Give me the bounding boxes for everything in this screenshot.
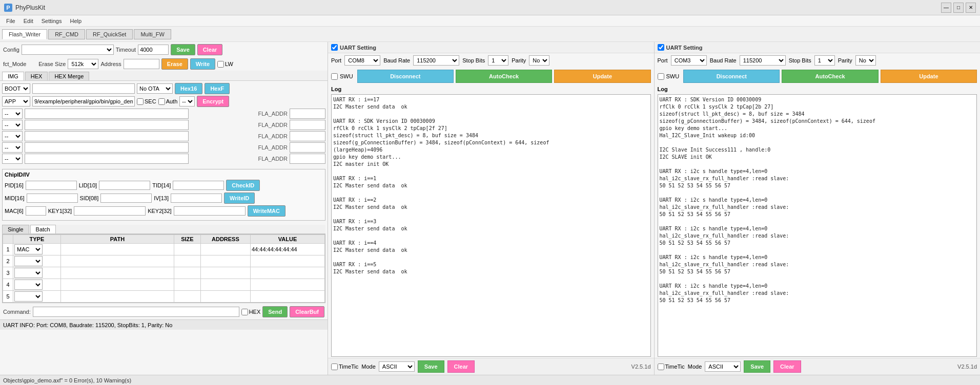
tab-hex[interactable]: HEX bbox=[25, 72, 48, 80]
row-type-1[interactable]: MAC bbox=[13, 244, 61, 255]
checkid-button[interactable]: CheckID bbox=[226, 180, 260, 191]
addr-path-1[interactable] bbox=[25, 109, 189, 119]
uart2-autocheck-button[interactable]: AutoCheck bbox=[782, 70, 878, 83]
uart1-log-area[interactable]: UART RX : i==17 I2C Master send data ok … bbox=[331, 94, 651, 357]
tab-hex-merge[interactable]: HEX Merge bbox=[49, 72, 89, 80]
uart1-save-button[interactable]: Save bbox=[418, 360, 444, 373]
uart1-autocheck-button[interactable]: AutoCheck bbox=[456, 70, 552, 83]
row-path-input-1[interactable] bbox=[62, 246, 173, 252]
row-path-5[interactable] bbox=[60, 291, 174, 303]
addr-val-5[interactable] bbox=[290, 154, 325, 164]
write-button[interactable]: Write bbox=[190, 58, 215, 70]
row-type-4[interactable] bbox=[13, 279, 61, 291]
uart2-port-select[interactable]: COM3 bbox=[671, 55, 707, 66]
row-path-3[interactable] bbox=[60, 267, 174, 279]
row-path-2[interactable] bbox=[60, 255, 174, 267]
boot-select[interactable]: BOOT bbox=[2, 83, 30, 94]
command-input[interactable] bbox=[33, 307, 239, 317]
tid-input[interactable] bbox=[173, 181, 224, 190]
addr-path-2[interactable] bbox=[25, 120, 189, 130]
sid-input[interactable] bbox=[100, 194, 152, 203]
uart1-disconnect-button[interactable]: Disconnect bbox=[357, 70, 454, 83]
app-select[interactable]: APP bbox=[2, 96, 30, 106]
uart2-update-button[interactable]: Update bbox=[881, 70, 977, 83]
menu-settings[interactable]: Settings bbox=[37, 17, 66, 25]
app-path-input[interactable] bbox=[32, 96, 135, 106]
no-ota-select[interactable]: No OTA bbox=[137, 83, 173, 94]
uart1-timetic-checkbox[interactable] bbox=[331, 363, 338, 370]
key1-input[interactable] bbox=[74, 206, 146, 216]
address-input[interactable] bbox=[124, 59, 159, 69]
tab-rf-cmd[interactable]: RF_CMD bbox=[48, 29, 85, 39]
addr-path-4[interactable] bbox=[25, 142, 189, 153]
row-path-1[interactable] bbox=[60, 244, 174, 255]
tab-single[interactable]: Single bbox=[2, 225, 29, 233]
hexf-button[interactable]: HexF bbox=[205, 83, 230, 94]
uart2-stopbits-select[interactable]: 1 bbox=[814, 55, 835, 66]
uart2-swu-checkbox[interactable] bbox=[658, 73, 664, 80]
row-type-select-2[interactable] bbox=[14, 256, 43, 266]
uart1-clear-button[interactable]: Clear bbox=[447, 360, 475, 373]
config-select[interactable] bbox=[22, 45, 114, 55]
tab-rf-quickset[interactable]: RF_QuickSet bbox=[86, 29, 133, 39]
uart1-port-select[interactable]: COM8 bbox=[344, 55, 380, 66]
key2-input[interactable] bbox=[174, 206, 246, 216]
tab-batch[interactable]: Batch bbox=[30, 225, 56, 233]
uart2-timetic-checkbox[interactable] bbox=[658, 363, 664, 370]
menu-edit[interactable]: Edit bbox=[19, 17, 37, 25]
tab-multi-fw[interactable]: Multi_FW bbox=[134, 29, 171, 39]
lw-checkbox[interactable] bbox=[217, 61, 224, 68]
addr-val-2[interactable] bbox=[290, 120, 325, 130]
hex-checkbox[interactable] bbox=[241, 309, 248, 315]
row-type-select-5[interactable] bbox=[14, 291, 43, 302]
maximize-button[interactable]: □ bbox=[953, 3, 964, 13]
uart2-disconnect-button[interactable]: Disconnect bbox=[683, 70, 780, 83]
close-button[interactable]: ✕ bbox=[966, 3, 976, 13]
addr-path-5[interactable] bbox=[25, 154, 189, 164]
uart2-enable-checkbox[interactable] bbox=[658, 44, 664, 51]
row-path-input-3[interactable] bbox=[62, 270, 173, 276]
uart1-stopbits-select[interactable]: 1 bbox=[488, 55, 508, 66]
addr-type-3[interactable]: -- bbox=[2, 131, 23, 141]
hex16-button[interactable]: Hex16 bbox=[175, 83, 202, 94]
row-type-5[interactable] bbox=[13, 291, 61, 303]
uart1-mode-select[interactable]: ASCII bbox=[379, 361, 415, 372]
menu-help[interactable]: Help bbox=[66, 17, 86, 25]
iv-input[interactable] bbox=[171, 194, 222, 203]
uart2-parity-select[interactable]: No bbox=[855, 55, 876, 66]
auth-checkbox[interactable] bbox=[158, 98, 165, 105]
row-path-input-2[interactable] bbox=[62, 258, 173, 264]
uart2-mode-select[interactable]: ASCII bbox=[705, 361, 741, 372]
encrypt-button[interactable]: Encrypt bbox=[197, 96, 229, 107]
addr-val-4[interactable] bbox=[290, 142, 325, 153]
menu-file[interactable]: File bbox=[2, 17, 19, 25]
row-type-2[interactable] bbox=[13, 255, 61, 267]
tab-img[interactable]: IMG bbox=[2, 72, 24, 80]
mac-input[interactable] bbox=[26, 206, 46, 216]
addr-type-2[interactable]: -- bbox=[2, 120, 23, 130]
boot-path-input[interactable] bbox=[32, 83, 135, 94]
row-type-3[interactable] bbox=[13, 267, 61, 279]
row-type-select-4[interactable] bbox=[14, 280, 43, 290]
uart2-log-area[interactable]: UART RX : SDK Version ID 00030009 rfClk … bbox=[658, 94, 977, 357]
mid-input[interactable] bbox=[27, 194, 78, 203]
uart2-baud-select[interactable]: 115200 bbox=[740, 55, 786, 66]
addr-val-1[interactable] bbox=[290, 109, 325, 119]
erase-size-select[interactable]: 512k bbox=[68, 59, 98, 69]
clear-button[interactable]: Clear bbox=[197, 44, 223, 55]
uart1-swu-checkbox[interactable] bbox=[331, 73, 338, 80]
addr-type-1[interactable]: -- bbox=[2, 109, 23, 119]
uart2-clear-button[interactable]: Clear bbox=[773, 360, 801, 373]
row-path-4[interactable] bbox=[60, 279, 174, 291]
addr-path-3[interactable] bbox=[25, 131, 189, 141]
pid-input[interactable] bbox=[26, 181, 77, 190]
row-path-input-5[interactable] bbox=[62, 293, 173, 300]
auth-mode-select[interactable]: -- bbox=[179, 96, 195, 106]
uart1-baud-select[interactable]: 115200 bbox=[413, 55, 459, 66]
erase-button[interactable]: Erase bbox=[161, 58, 188, 70]
addr-type-5[interactable]: -- bbox=[2, 154, 23, 164]
minimize-button[interactable]: — bbox=[941, 3, 951, 13]
writemac-button[interactable]: WriteMAC bbox=[248, 205, 285, 217]
uart1-update-button[interactable]: Update bbox=[554, 70, 650, 83]
row-path-input-4[interactable] bbox=[62, 282, 173, 288]
